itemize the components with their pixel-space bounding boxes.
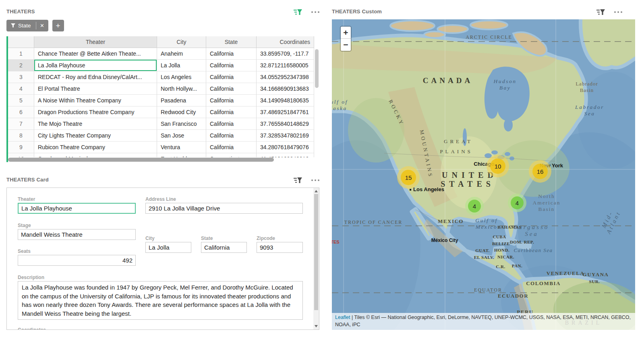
map-label-great: GREAT [444,138,473,145]
cell-city[interactable]: Anaheim [157,48,206,60]
cell-state[interactable]: California [206,142,257,153]
cell-theater[interactable]: REDCAT - Roy and Edna Disney/CalArt... [34,71,157,83]
row-number[interactable]: 4 [8,83,34,95]
theaters-map[interactable]: ARCTIC CIRCLECANADAHudson BayLabrador Ba… [332,19,635,330]
cluster-marker[interactable]: 4 [508,194,526,212]
cell-coordinates[interactable]: 37.7655840148629 [257,118,314,130]
stage-field[interactable] [18,229,136,240]
cell-theater[interactable]: La Jolla Playhouse [34,60,157,71]
seats-field[interactable] [18,255,136,266]
cluster-marker[interactable]: 16 [529,160,551,183]
theaters-panel-actions [288,9,319,15]
description-field[interactable]: La Jolla Playhouse was founded in 1947 b… [18,281,303,320]
cell-city[interactable]: San Jose [157,130,206,142]
cluster-marker[interactable]: 4 [465,197,484,215]
cell-city[interactable]: Los Angeles [157,71,206,83]
card-vertical-scrollbar[interactable] [313,188,319,329]
map-label-sur: SUR. [589,279,600,284]
cell-city[interactable]: Redwood City [157,106,206,118]
cell-coordinates[interactable]: 34.0552952347398 [257,71,314,83]
map-label-tes: TES [332,240,340,244]
cell-theater[interactable]: Dragon Productions Theatre Company [34,106,157,118]
cell-theater[interactable]: El Portal Theatre [34,83,157,95]
cell-state[interactable]: California [206,83,257,95]
advanced-filter-icon[interactable] [294,177,302,183]
cell-coordinates[interactable]: 34.1668690913683 [257,83,314,95]
cluster-count: 16 [532,164,548,179]
attribution-text: Tiles © Esri — National Geographic, Esri… [335,315,631,327]
cell-theater[interactable]: Rubicon Theatre Company [34,142,157,153]
state-field[interactable] [201,242,247,253]
cell-state[interactable]: California [206,118,257,130]
map-label-ecuador: ECUADOR [498,293,528,299]
state-filter-chip[interactable]: State ✕ [6,20,48,31]
theater-field[interactable] [18,203,136,214]
row-number[interactable]: 5 [8,95,34,106]
map-label-hond: HOND. [494,248,509,252]
row-number[interactable]: 1 [8,48,34,60]
cell-theater[interactable]: The Mojo Theatre [34,118,157,130]
table-corner-cell [8,36,34,48]
add-filter-button[interactable]: + [52,20,64,31]
more-options-icon[interactable] [311,179,319,181]
cell-theater[interactable]: Chance Theater @ Bette Aitken Theate... [34,48,157,60]
cluster-marker[interactable]: 10 [487,155,509,177]
column-header-theater[interactable]: Theater [34,36,157,48]
cluster-marker[interactable]: 15 [397,166,420,189]
map-label-cuba: CUBA [493,234,506,239]
more-options-icon[interactable] [614,11,622,13]
cell-coordinates[interactable]: 34.2807618479076 [257,142,314,153]
zoom-out-button[interactable]: − [341,39,351,51]
cell-state[interactable]: California [206,48,257,60]
row-number[interactable]: 7 [8,118,34,130]
table-vertical-scrollbar[interactable] [314,36,319,157]
cell-state[interactable]: California [206,71,257,83]
map-panel-title: THEATERS Custom [332,8,382,15]
zipcode-field[interactable] [257,242,303,253]
advanced-filter-icon[interactable] [294,9,302,15]
row-number[interactable]: 6 [8,106,34,118]
cell-coordinates[interactable]: 33.8595709, -117.7 [257,48,314,60]
cell-city[interactable]: San Francisco [157,118,206,130]
map-label-venezuela: VENEZUELA [547,270,584,277]
advanced-filter-icon[interactable] [596,9,605,15]
map-label-el-salv: EL SALV. [474,255,494,260]
zoom-in-button[interactable]: + [341,27,351,39]
cell-state[interactable]: California [206,60,257,71]
column-header-coordinates[interactable]: Coordinates [257,36,314,48]
map-label-gulf-of-alaska: Gulf of Alaska [332,99,348,112]
cell-city[interactable]: La Jolla [157,60,206,71]
table-horizontal-scrollbar[interactable] [8,157,314,162]
leaflet-link[interactable]: Leaflet [335,315,350,320]
cell-coordinates[interactable]: 32.8712116580005 [257,60,314,71]
cell-coordinates[interactable]: 34.1490948180635 [257,95,314,106]
row-number[interactable]: 8 [8,130,34,142]
arrow-up-icon[interactable] [315,190,318,192]
cluster-count: 15 [401,170,416,185]
row-number[interactable]: 3 [8,71,34,83]
cell-city[interactable]: North Hollyw... [157,83,206,95]
column-header-state[interactable]: State [206,36,257,48]
cell-theater[interactable]: City Lights Theater Company [34,130,157,142]
cell-state[interactable]: California [206,95,257,106]
cell-coordinates[interactable]: 37.3285347802169 [257,130,314,142]
map-label-los-angeles: Los Angeles [410,186,444,192]
arrow-down-icon[interactable] [315,325,318,327]
address-field[interactable] [145,203,303,214]
cell-state[interactable]: California [206,130,257,142]
cell-city[interactable]: Pasadena [157,95,206,106]
column-header-city[interactable]: City [157,36,206,48]
cell-city[interactable]: Ventura [157,142,206,153]
row-number[interactable]: 9 [8,142,34,153]
remove-filter-button[interactable]: ✕ [36,20,48,31]
map-label-arctic-circle: ARCTIC CIRCLE [466,34,512,40]
city-field[interactable] [145,242,191,253]
cell-coordinates[interactable]: 37.4869251847761 [257,106,314,118]
cell-theater[interactable]: A Noise Within Theatre Company [34,95,157,106]
cell-state[interactable]: California [206,106,257,118]
row-number[interactable]: 2 [8,60,34,71]
map-label-caribbean-sea: Caribbean Sea [514,247,553,254]
description-field-label: Description [18,275,44,280]
more-options-icon[interactable] [311,11,319,13]
coordinates-field-label: Coordinates [18,327,46,330]
